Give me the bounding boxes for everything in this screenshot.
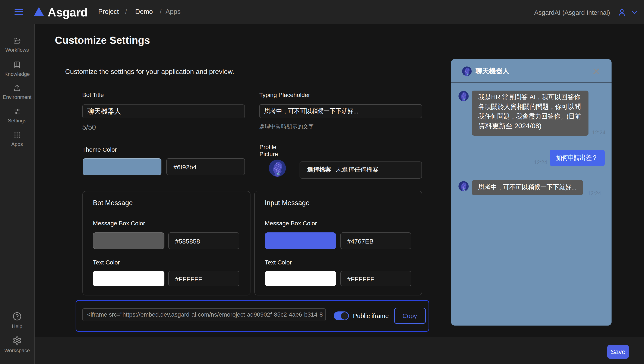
- svg-text:各項關於人資相關的問題，你可以問: 各項關於人資相關的問題，你可以問: [478, 103, 581, 110]
- svg-text:我是HR 常見問答 AI，我可以回答你: 我是HR 常見問答 AI，我可以回答你: [478, 93, 580, 101]
- svg-text:聊天機器人: 聊天機器人: [476, 67, 510, 75]
- svg-text:選擇檔案: 選擇檔案: [307, 166, 331, 173]
- svg-text:資料更新至 2024/08): 資料更新至 2024/08): [478, 122, 542, 130]
- svg-text:如何申請出差？: 如何申請出差？: [556, 154, 598, 162]
- svg-text:聊天機器人: 聊天機器人: [87, 107, 121, 115]
- svg-text:我任何問題，我會盡力回答你。(目前: 我任何問題，我會盡力回答你。(目前: [478, 112, 581, 120]
- svg-text:未選擇任何檔案: 未選擇任何檔案: [336, 166, 378, 173]
- svg-text:思考中，可不可以稍候一下下就好...: 思考中，可不可以稍候一下下就好...: [264, 107, 358, 115]
- svg-text:思考中，可不可以稍候一下下就好...: 思考中，可不可以稍候一下下就好...: [478, 184, 576, 191]
- svg-text:處理中暫時顯示的文字: 處理中暫時顯示的文字: [259, 123, 314, 130]
